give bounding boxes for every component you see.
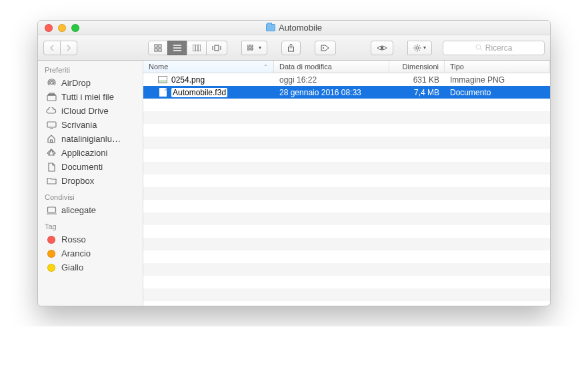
svg-rect-33 <box>47 95 56 101</box>
svg-rect-36 <box>47 122 56 127</box>
sidebar-item[interactable]: Scrivania <box>38 118 143 132</box>
search-placeholder: Ricerca <box>485 43 513 53</box>
file-row[interactable]: 0254.pngoggi 16:22631 KBImmagine PNG <box>143 73 550 86</box>
file-size: 7,4 MB <box>389 88 445 97</box>
back-button[interactable] <box>43 41 61 55</box>
search-field[interactable]: Ricerca <box>443 41 545 55</box>
empty-row <box>143 187 550 200</box>
coverflow-icon <box>212 45 221 51</box>
arrange-icon <box>247 45 257 51</box>
quicklook-button[interactable] <box>371 41 393 55</box>
view-icons-button[interactable] <box>148 41 168 55</box>
sidebar-item-label: Applicazioni <box>61 148 107 158</box>
file-kind: Documento <box>445 88 550 97</box>
empty-row <box>143 200 550 212</box>
svg-point-20 <box>381 47 383 49</box>
tag-icon <box>46 249 57 258</box>
column-header-name[interactable]: Nome ⌃ <box>143 61 274 73</box>
svg-rect-39 <box>47 207 55 212</box>
tag-icon <box>321 45 330 51</box>
arrange-group: ▾ <box>241 41 267 55</box>
desktop-icon <box>46 121 57 130</box>
svg-line-28 <box>419 45 420 46</box>
search-icon <box>475 44 483 51</box>
svg-line-27 <box>419 49 420 50</box>
sidebar-section-header[interactable]: Preferiti <box>38 61 143 76</box>
sidebar-item[interactable]: Applicazioni <box>38 146 143 160</box>
view-list-button[interactable] <box>167 41 187 55</box>
sidebar-item[interactable]: iCloud Drive <box>38 104 143 118</box>
file-name: 0254.png <box>171 75 205 85</box>
empty-row <box>143 162 550 175</box>
window-title-text: Automobile <box>279 23 322 33</box>
svg-rect-2 <box>155 49 157 51</box>
minimize-window-button[interactable] <box>58 24 66 32</box>
sidebar-item[interactable]: Dropbox <box>38 174 143 188</box>
sidebar-section-header[interactable]: Tag <box>38 217 143 232</box>
svg-rect-38 <box>51 140 53 143</box>
sidebar-item-label: iCloud Drive <box>61 106 109 116</box>
tags-button[interactable] <box>315 41 336 55</box>
file-row[interactable]: Automobile.f3d28 gennaio 2016 08:337,4 M… <box>143 86 550 99</box>
svg-line-31 <box>480 49 482 51</box>
sidebar-item-label: AirDrop <box>61 78 91 88</box>
empty-row <box>143 99 550 111</box>
sidebar-section-header[interactable]: Condivisi <box>38 188 143 203</box>
svg-point-19 <box>323 47 324 49</box>
empty-row <box>143 250 550 263</box>
svg-rect-35 <box>49 93 54 95</box>
empty-row <box>143 276 550 288</box>
sidebar-item-label: natalinigianlu… <box>61 134 121 144</box>
svg-line-29 <box>415 49 416 50</box>
empty-row <box>143 212 550 225</box>
sidebar-item-label: Rosso <box>61 234 86 244</box>
svg-point-21 <box>416 47 419 49</box>
svg-rect-0 <box>155 45 157 47</box>
column-header-size[interactable]: Dimensioni <box>389 61 445 73</box>
empty-row <box>143 149 550 162</box>
folder-icon <box>46 177 57 186</box>
sidebar-item[interactable]: Rosso <box>38 232 143 246</box>
apps-icon <box>46 149 57 158</box>
column-header-row: Nome ⌃ Data di modifica Dimensioni Tipo <box>143 61 550 73</box>
column-header-date[interactable]: Data di modifica <box>274 61 389 73</box>
svg-rect-3 <box>159 49 161 51</box>
sidebar-item[interactable]: alicegate <box>38 203 143 217</box>
finder-window: Automobile <box>37 20 551 306</box>
file-name[interactable]: Automobile.f3d <box>171 88 227 97</box>
view-coverflow-button[interactable] <box>206 41 227 55</box>
tag-icon <box>46 263 57 272</box>
file-date: oggi 16:22 <box>274 75 389 85</box>
svg-rect-10 <box>215 45 219 51</box>
sidebar-item-label: Scrivania <box>61 120 97 130</box>
column-header-kind[interactable]: Tipo <box>445 61 550 73</box>
sidebar-item[interactable]: AirDrop <box>38 76 143 90</box>
sidebar-item[interactable]: Tutti i miei file <box>38 90 143 104</box>
airdrop-icon <box>46 79 57 88</box>
svg-rect-16 <box>251 48 253 50</box>
folder-icon <box>266 24 275 31</box>
file-rows[interactable]: 0254.pngoggi 16:22631 KBImmagine PNGAuto… <box>143 73 550 306</box>
home-icon <box>46 135 57 144</box>
sidebar-item[interactable]: Arancio <box>38 246 143 260</box>
empty-row <box>143 175 550 187</box>
sidebar-item[interactable]: natalinigianlu… <box>38 132 143 146</box>
titlebar[interactable]: Automobile <box>38 21 550 35</box>
computer-icon <box>46 206 57 215</box>
empty-row <box>143 263 550 276</box>
sidebar-item[interactable]: Documenti <box>38 160 143 174</box>
chevron-left-icon <box>49 45 55 51</box>
zoom-window-button[interactable] <box>71 24 79 32</box>
view-columns-button[interactable] <box>187 41 207 55</box>
share-button[interactable] <box>281 41 301 55</box>
file-size: 631 KB <box>389 75 445 85</box>
nav-group <box>43 41 77 55</box>
sidebar-item[interactable]: Giallo <box>38 260 143 274</box>
close-window-button[interactable] <box>45 24 53 32</box>
sidebar: PreferitiAirDropTutti i miei fileiCloud … <box>38 61 143 306</box>
sort-asc-icon: ⌃ <box>263 64 268 70</box>
svg-rect-1 <box>159 45 161 47</box>
arrange-button[interactable]: ▾ <box>241 41 267 55</box>
forward-button[interactable] <box>60 41 77 55</box>
action-button[interactable]: ▾ <box>407 41 432 55</box>
